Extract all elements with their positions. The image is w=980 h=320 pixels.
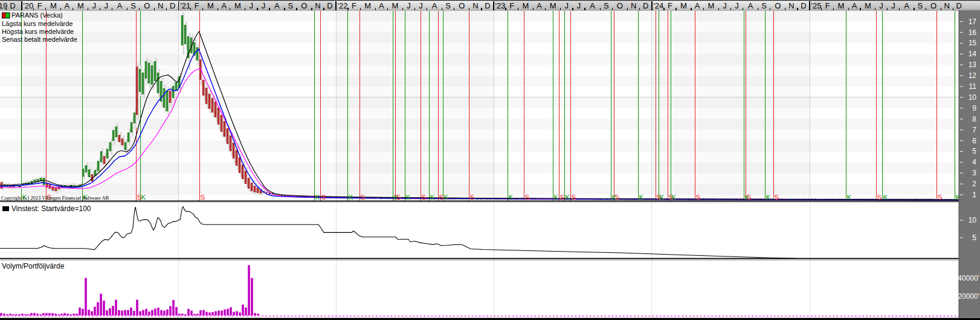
svg-text:O: O [459, 1, 465, 10]
svg-text:'20: '20 [23, 1, 33, 10]
svg-text:K: K [672, 194, 677, 201]
svg-text:A: A [379, 1, 384, 10]
svg-text:N: N [315, 1, 320, 10]
svg-text:D: D [643, 1, 648, 10]
svg-text:'25: '25 [811, 1, 822, 10]
svg-text:S: S [439, 194, 444, 201]
svg-text:5: 5 [972, 233, 976, 242]
svg-text:S: S [201, 194, 205, 201]
svg-text:J: J [104, 1, 108, 10]
svg-text:K: K [406, 194, 411, 201]
svg-text:N: N [158, 1, 163, 10]
svg-text:D: D [485, 1, 490, 10]
svg-text:J: J [407, 1, 411, 10]
svg-text:A: A [221, 1, 227, 10]
svg-text:M: M [522, 1, 529, 10]
svg-text:K: K [349, 194, 353, 201]
svg-text:17: 17 [969, 18, 977, 26]
svg-text:40000': 40000' [958, 274, 979, 282]
svg-text:S: S [422, 194, 427, 201]
svg-text:20000': 20000' [958, 292, 979, 301]
svg-text:N: N [788, 1, 794, 10]
svg-text:16: 16 [969, 28, 977, 37]
svg-text:A: A [274, 1, 280, 10]
svg-text:Copyright (c) 2023 Vikingen Fi: Copyright (c) 2023 Vikingen Financial So… [1, 195, 109, 201]
svg-text:D: D [801, 1, 806, 10]
svg-text:5: 5 [972, 147, 976, 155]
svg-text:O: O [144, 1, 150, 10]
svg-text:K: K [639, 194, 644, 201]
svg-text:J: J [262, 1, 266, 10]
svg-text:S: S [775, 194, 779, 201]
svg-text:M: M [550, 1, 556, 10]
svg-text:1: 1 [972, 191, 976, 199]
svg-text:'22: '22 [338, 1, 348, 10]
svg-text:M: M [865, 1, 871, 10]
svg-text:9: 9 [972, 104, 976, 113]
svg-text:8: 8 [972, 115, 976, 123]
svg-text:O: O [775, 1, 781, 10]
svg-text:12: 12 [969, 71, 977, 80]
svg-text:J: J [879, 1, 883, 10]
svg-text:O: O [930, 1, 936, 10]
svg-text:M: M [837, 1, 844, 10]
svg-text:K: K [430, 194, 435, 201]
svg-text:13: 13 [969, 60, 977, 69]
svg-text:Lägsta kurs medelvärde: Lägsta kurs medelvärde [2, 20, 73, 27]
svg-text:O: O [617, 1, 623, 10]
svg-text:6: 6 [972, 137, 976, 145]
svg-text:S: S [604, 1, 609, 10]
svg-text:F: F [825, 1, 830, 10]
svg-text:K: K [509, 194, 514, 201]
svg-text:M: M [234, 1, 241, 10]
svg-text:K: K [315, 194, 320, 201]
svg-text:M: M [680, 1, 687, 10]
svg-text:A: A [748, 1, 753, 10]
svg-text:Volym/Portföljvärde: Volym/Portföljvärde [2, 262, 65, 270]
svg-text:S: S [396, 194, 401, 201]
svg-text:M: M [207, 1, 214, 10]
svg-text:K: K [444, 194, 449, 201]
svg-text:A: A [590, 1, 595, 10]
svg-text:J: J [419, 1, 423, 10]
svg-text:K: K [554, 194, 559, 201]
svg-text:K: K [847, 194, 852, 201]
svg-text:'21: '21 [180, 1, 190, 10]
svg-text:F: F [37, 1, 42, 10]
svg-text:Högsta kurs medelvärde: Högsta kurs medelvärde [2, 28, 74, 35]
svg-text:Vinstest: Startvärde=100: Vinstest: Startvärde=100 [11, 204, 91, 213]
svg-text:3: 3 [972, 169, 976, 177]
svg-text:10: 10 [969, 216, 977, 224]
svg-text:S: S [918, 1, 923, 10]
svg-text:4: 4 [972, 158, 976, 166]
svg-text:D: D [10, 1, 15, 10]
svg-text:2: 2 [972, 180, 976, 188]
svg-text:F: F [668, 1, 672, 10]
svg-text:S: S [525, 194, 530, 201]
svg-text:S: S [361, 194, 366, 201]
svg-text:F: F [352, 1, 356, 10]
svg-text:S: S [747, 194, 752, 201]
svg-text:19: 19 [0, 1, 7, 10]
svg-text:M: M [77, 1, 84, 10]
svg-text:S: S [560, 194, 565, 201]
svg-text:10: 10 [969, 93, 977, 102]
svg-text:S: S [288, 1, 294, 10]
svg-text:J: J [92, 1, 97, 10]
svg-text:S: S [131, 1, 136, 10]
svg-text:S: S [696, 194, 701, 201]
svg-text:11: 11 [969, 82, 977, 91]
svg-text:D: D [327, 1, 332, 10]
svg-text:A: A [537, 1, 542, 10]
svg-text:K: K [566, 194, 570, 201]
svg-text:'23: '23 [495, 1, 506, 10]
svg-text:N: N [631, 1, 636, 10]
svg-text:A: A [852, 1, 857, 10]
svg-text:15: 15 [969, 39, 977, 47]
svg-text:S: S [761, 1, 767, 10]
svg-text:S: S [938, 194, 943, 201]
svg-text:J: J [735, 1, 739, 10]
svg-text:F: F [509, 1, 514, 10]
svg-text:A: A [904, 1, 909, 10]
svg-text:S: S [470, 194, 475, 201]
